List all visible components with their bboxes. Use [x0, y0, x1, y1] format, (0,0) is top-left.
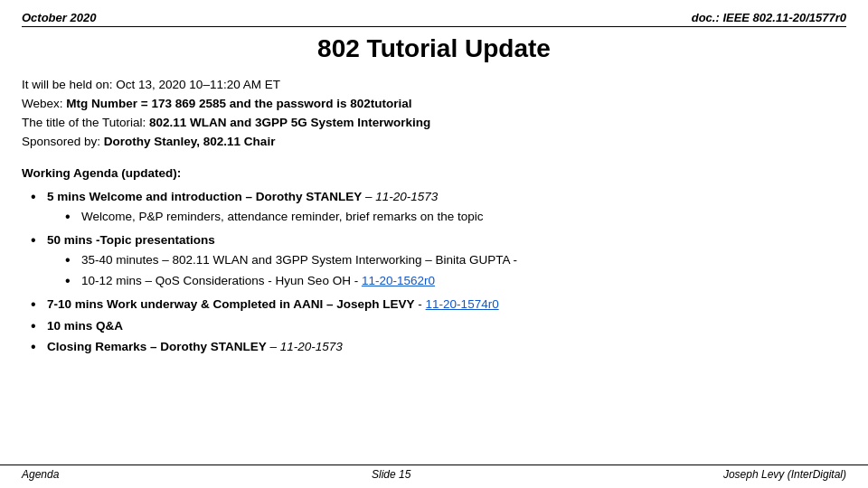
item-content: 50 mins -Topic presentations • 35-40 min…: [47, 231, 846, 293]
doc-link[interactable]: 11-20-1574r0: [426, 297, 499, 311]
sub-bullet-icon: •: [65, 208, 81, 227]
sub-list: • 35-40 minutes – 802.11 WLAN and 3GPP S…: [47, 251, 846, 291]
item-bold: 10 mins Q&A: [47, 319, 123, 333]
item-bold: 50 mins -Topic presentations: [47, 233, 215, 247]
footer-left: Agenda: [22, 468, 59, 481]
bullet-icon: •: [31, 296, 47, 314]
bullet-icon: •: [31, 338, 47, 357]
slide-title: 802 Tutorial Update: [22, 34, 846, 63]
slide: October 2020 doc.: IEEE 802.11-20/1577r0…: [0, 0, 868, 488]
footer-bar: Agenda Slide 15 Joseph Levy (InterDigita…: [0, 465, 868, 481]
list-item: • 7-10 mins Work underway & Completed in…: [31, 296, 846, 314]
sub-bullet-icon: •: [65, 272, 81, 291]
item-bold: 7-10 mins Work underway & Completed in A…: [47, 297, 415, 311]
item-bold: 5 mins Welcome and introduction – Doroth…: [47, 190, 362, 203]
list-item: • 10-12 mins – QoS Considerations - Hyun…: [65, 272, 846, 291]
sub-item-text: 10-12 mins – QoS Considerations - Hyun S…: [81, 272, 435, 290]
item-content: Closing Remarks – Dorothy STANLEY – 11-2…: [47, 338, 846, 356]
item-content: 10 mins Q&A: [47, 317, 846, 335]
list-item: • 35-40 minutes – 802.11 WLAN and 3GPP S…: [65, 251, 846, 270]
item-italic: – 11-20-1573: [267, 340, 343, 353]
footer-right: Joseph Levy (InterDigital): [723, 468, 846, 481]
footer-center: Slide 15: [372, 468, 410, 481]
agenda-section: Working Agenda (updated): • 5 mins Welco…: [22, 164, 846, 358]
bullet-icon: •: [31, 231, 47, 250]
sub-list: • Welcome, P&P reminders, attendance rem…: [47, 208, 846, 227]
intro-line3: The title of the Tutorial: 802.11 WLAN a…: [22, 114, 846, 133]
header-date: October 2020: [22, 11, 96, 24]
header-bar: October 2020 doc.: IEEE 802.11-20/1577r0: [22, 11, 846, 27]
list-item: • Welcome, P&P reminders, attendance rem…: [65, 208, 846, 227]
item-content: 5 mins Welcome and introduction – Doroth…: [47, 188, 846, 229]
agenda-title: Working Agenda (updated):: [22, 164, 846, 183]
doc-link[interactable]: 11-20-1562r0: [362, 274, 435, 287]
item-suffix: - 11-20-1574r0: [415, 297, 499, 311]
item-bold: Closing Remarks – Dorothy STANLEY: [47, 340, 267, 353]
list-item: • 10 mins Q&A: [31, 317, 846, 336]
intro-section: It will be held on: Oct 13, 2020 10–11:2…: [22, 76, 846, 152]
agenda-list: • 5 mins Welcome and introduction – Doro…: [22, 188, 846, 357]
sub-item-text: 35-40 minutes – 802.11 WLAN and 3GPP Sys…: [81, 251, 517, 269]
intro-line2: Webex: Mtg Number = 173 869 2585 and the…: [22, 95, 846, 114]
header-doc: doc.: IEEE 802.11-20/1577r0: [692, 11, 846, 24]
bullet-icon: •: [31, 188, 47, 207]
sub-bullet-icon: •: [65, 251, 81, 270]
item-content: 7-10 mins Work underway & Completed in A…: [47, 296, 846, 314]
intro-line1: It will be held on: Oct 13, 2020 10–11:2…: [22, 76, 846, 95]
bullet-icon: •: [31, 317, 47, 336]
list-item: • 5 mins Welcome and introduction – Doro…: [31, 188, 846, 229]
item-italic: – 11-20-1573: [362, 190, 438, 203]
intro-line4: Sponsored by: Dorothy Stanley, 802.11 Ch…: [22, 133, 846, 152]
list-item: • Closing Remarks – Dorothy STANLEY – 11…: [31, 338, 846, 357]
sub-item-text: Welcome, P&P reminders, attendance remin…: [81, 208, 483, 226]
list-item: • 50 mins -Topic presentations • 35-40 m…: [31, 231, 846, 293]
